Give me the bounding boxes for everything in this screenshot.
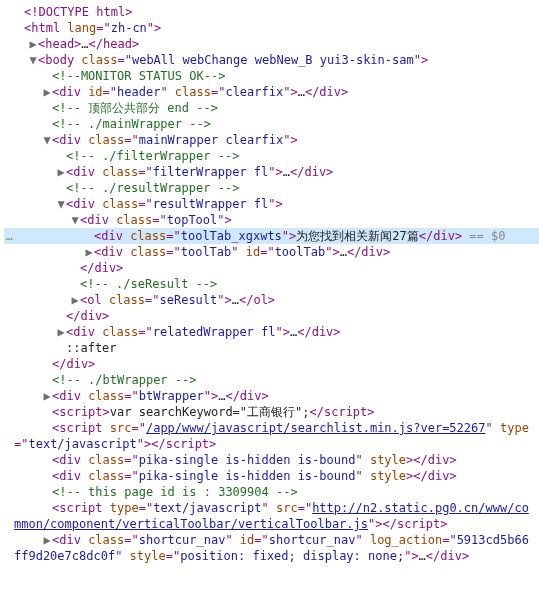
dom-node-content[interactable]: <script>var searchKeyword="工商银行";</scrip… [14,404,539,420]
dom-node[interactable]: <script type="text/javascript" src="http… [4,500,539,532]
expand-toggle-closed-icon[interactable]: ▶ [42,388,52,404]
dom-node[interactable]: <html lang="zh-cn"> [4,20,539,36]
expand-toggle-open-icon[interactable]: ▼ [56,196,66,212]
dom-node-content[interactable]: <!-- ./filterWrapper --> [14,148,539,164]
dom-node-content[interactable]: ▼<div class="resultWrapper fl"> [14,196,539,212]
dom-node-content[interactable]: <div class="pika-single is-hidden is-bou… [14,452,539,468]
dom-node-content[interactable]: <!-- ./btWrapper --> [14,372,539,388]
dom-node[interactable]: ▼<div class="mainWrapper clearfix"> [4,132,539,148]
dom-node[interactable]: ▶<head>…</head> [4,36,539,52]
dom-node-content[interactable]: ▶<div class="relatedWrapper fl">…</div> [14,324,539,340]
dom-node-content[interactable]: </div> [14,260,539,276]
dom-node[interactable]: <!-- ./seResult --> [4,276,539,292]
dom-node-content[interactable]: ▶<div class="btWrapper">…</div> [14,388,539,404]
dom-node-content[interactable]: ▶<ol class="seResult">…</ol> [14,292,539,308]
expand-toggle-closed-icon[interactable]: ▶ [42,532,52,548]
dom-node-content[interactable]: ▼<body class="webAll webChange webNew_B … [14,52,539,68]
dom-node-content[interactable]: <!--MONITOR STATUS OK--> [14,68,539,84]
dom-node[interactable]: <div class="pika-single is-hidden is-bou… [4,452,539,468]
dom-node[interactable]: <script src="/app/www/javascript/searchl… [4,420,539,452]
dom-node[interactable]: <!-- ./filterWrapper --> [4,148,539,164]
dom-node-content[interactable]: <!DOCTYPE html> [14,4,539,20]
dom-node[interactable]: ▶<div class="filterWrapper fl">…</div> [4,164,539,180]
dom-node-content[interactable]: <script type="text/javascript" src="http… [14,500,539,532]
dom-node-content[interactable]: ▶<div class="toolTab" id="toolTab">…</di… [14,244,539,260]
expand-toggle-closed-icon[interactable]: ▶ [42,84,52,100]
dom-node-content[interactable]: ▶<div id="header" class="clearfix">…</di… [14,84,539,100]
gutter-marker: … [4,228,14,244]
dom-node-content[interactable]: <div class="toolTab_xgxwts">为您找到相关新闻27篇<… [14,228,539,244]
dom-node-content[interactable]: <!-- ./resultWrapper --> [14,180,539,196]
dom-node-content[interactable]: <!-- this page id is : 3309904 --> [14,484,539,500]
dom-node[interactable]: ▼<body class="webAll webChange webNew_B … [4,52,539,68]
dom-node[interactable]: <!--MONITOR STATUS OK--> [4,68,539,84]
dom-node-content[interactable]: <html lang="zh-cn"> [14,20,539,36]
dom-node-content[interactable]: <!-- ./seResult --> [14,276,539,292]
dom-node[interactable]: </div> [4,260,539,276]
dom-node[interactable]: ▶<ol class="seResult">…</ol> [4,292,539,308]
dom-node[interactable]: ▶<div class="btWrapper">…</div> [4,388,539,404]
dom-node[interactable]: ▶<div class="shortcur_nav" id="shortcur_… [4,532,539,564]
dom-node-content[interactable]: </div> [14,356,539,372]
dom-node[interactable]: <!-- this page id is : 3309904 --> [4,484,539,500]
dom-node[interactable]: ▶<div id="header" class="clearfix">…</di… [4,84,539,100]
dom-node-content[interactable]: <div class="pika-single is-hidden is-bou… [14,468,539,484]
dom-node[interactable]: </div> [4,356,539,372]
dom-node[interactable]: <!-- ./mainWrapper --> [4,116,539,132]
dom-node-content[interactable]: ▶<div class="shortcur_nav" id="shortcur_… [14,532,539,564]
dom-node-content[interactable]: </div> [14,308,539,324]
dom-node[interactable]: ▼<div class="resultWrapper fl"> [4,196,539,212]
expand-toggle-closed-icon[interactable]: ▶ [56,324,66,340]
dom-node-content[interactable]: ▶<head>…</head> [14,36,539,52]
dom-node[interactable]: </div> [4,308,539,324]
dom-tree[interactable]: <!DOCTYPE html> <html lang="zh-cn">▶<hea… [4,4,539,564]
dom-node-content[interactable]: <script src="/app/www/javascript/searchl… [14,420,539,452]
dom-node-content[interactable]: ▼<div class="topTool"> [14,212,539,228]
dom-node[interactable]: <!-- ./btWrapper --> [4,372,539,388]
expand-toggle-open-icon[interactable]: ▼ [28,52,38,68]
expand-toggle-closed-icon[interactable]: ▶ [56,164,66,180]
dom-node[interactable]: <script>var searchKeyword="工商银行";</scrip… [4,404,539,420]
dom-node-content[interactable]: <!-- 顶部公共部分 end --> [14,100,539,116]
expand-toggle-open-icon[interactable]: ▼ [70,212,80,228]
expand-toggle-closed-icon[interactable]: ▶ [70,292,80,308]
source-link[interactable]: /app/www/javascript/searchlist.min.js?ve… [146,421,486,435]
dom-node[interactable]: <!-- 顶部公共部分 end --> [4,100,539,116]
expand-toggle-open-icon[interactable]: ▼ [42,132,52,148]
dom-node-content[interactable]: ::after [14,340,539,356]
dom-node[interactable]: ::after [4,340,539,356]
dom-node[interactable]: <div class="pika-single is-hidden is-bou… [4,468,539,484]
dom-node-selected[interactable]: … <div class="toolTab_xgxwts">为您找到相关新闻27… [4,228,539,244]
expand-toggle-closed-icon[interactable]: ▶ [84,244,94,260]
dom-node-content[interactable]: ▼<div class="mainWrapper clearfix"> [14,132,539,148]
dom-node[interactable]: <!DOCTYPE html> [4,4,539,20]
expand-toggle-closed-icon[interactable]: ▶ [28,36,38,52]
dom-node[interactable]: <!-- ./resultWrapper --> [4,180,539,196]
dom-node[interactable]: ▶<div class="toolTab" id="toolTab">…</di… [4,244,539,260]
dom-node[interactable]: ▶<div class="relatedWrapper fl">…</div> [4,324,539,340]
dom-node-content[interactable]: <!-- ./mainWrapper --> [14,116,539,132]
dom-node-content[interactable]: ▶<div class="filterWrapper fl">…</div> [14,164,539,180]
dom-node[interactable]: ▼<div class="topTool"> [4,212,539,228]
